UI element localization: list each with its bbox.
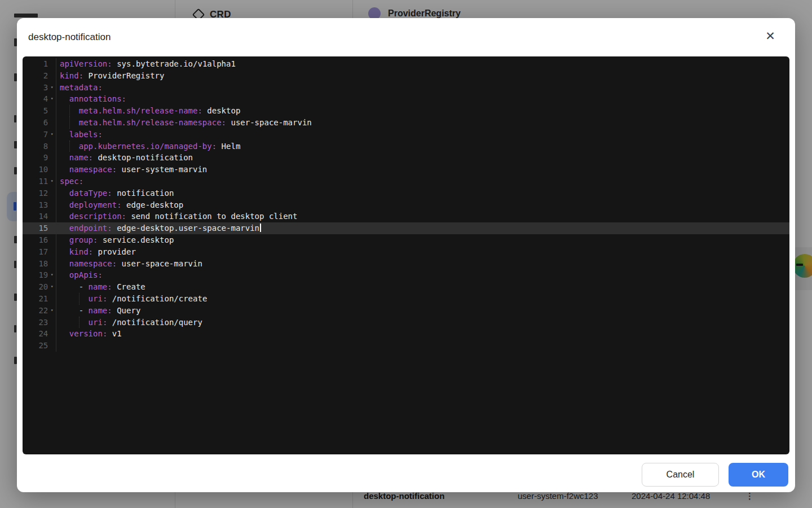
fold-spacer [48,258,56,270]
fold-spacer [48,199,56,211]
code-line[interactable]: 24 version: v1 [23,328,789,340]
code-text: name: desktop-notification [56,152,789,164]
line-number: 20 [23,281,48,293]
indent-guide [69,105,70,117]
fold-spacer [48,328,56,340]
line-gutter: 5 [23,105,56,117]
fold-spacer [48,164,56,176]
line-number: 18 [23,258,48,270]
fold-arrow-icon[interactable]: ▾ [48,281,56,293]
code-line[interactable]: 11▾spec: [23,176,789,187]
line-gutter: 17 [23,246,56,258]
code-line[interactable]: 5 meta.helm.sh/release-name: desktop [23,105,789,117]
code-line[interactable]: 23 uri: /notification/query [23,317,789,329]
code-text: uri: /notification/query [56,317,789,329]
line-gutter: 22▾ [23,305,56,317]
code-line[interactable]: 8 app.kubernetes.io/managed-by: Helm [23,141,789,152]
line-gutter: 12 [23,187,56,199]
code-line[interactable]: 12 dataType: notification [23,187,789,199]
line-gutter: 20▾ [23,281,56,293]
code-text: metadata: [56,82,789,94]
line-number: 15 [23,222,48,234]
line-number: 1 [23,58,48,70]
line-gutter: 18 [23,258,56,270]
code-line[interactable]: 15 endpoint: edge-desktop.user-space-mar… [23,222,789,234]
line-number: 10 [23,164,48,176]
fold-spacer [48,70,56,82]
code-line[interactable]: 1apiVersion: sys.bytetrade.io/v1alpha1 [23,58,789,70]
fold-spacer [48,340,56,352]
ok-button[interactable]: OK [729,463,788,487]
line-number: 21 [23,293,48,305]
line-gutter: 15 [23,222,56,234]
code-text [56,340,789,352]
code-line[interactable]: 13 deployment: edge-desktop [23,199,789,211]
fold-arrow-icon[interactable]: ▾ [48,269,56,281]
fold-spacer [48,105,56,117]
code-text: - name: Create [56,281,789,293]
code-text: app.kubernetes.io/managed-by: Helm [56,141,789,152]
line-gutter: 16 [23,234,56,246]
text-cursor [260,224,261,232]
code-text: meta.helm.sh/release-name: desktop [56,105,789,117]
yaml-editor-dialog: desktop-notification ✕ 1apiVersion: sys.… [17,18,795,492]
line-gutter: 9 [23,152,56,164]
line-gutter: 10 [23,164,56,176]
code-text: uri: /notification/create [56,293,789,305]
code-line[interactable]: 18 namespace: user-space-marvin [23,258,789,270]
fold-arrow-icon[interactable]: ▾ [48,305,56,317]
code-line[interactable]: 6 meta.helm.sh/release-namespace: user-s… [23,117,789,129]
fold-spacer [48,222,56,234]
code-line[interactable]: 4▾ annotations: [23,93,789,105]
code-text: annotations: [56,93,789,105]
line-number: 22 [23,305,48,317]
line-number: 8 [23,141,48,152]
line-gutter: 14 [23,211,56,222]
line-gutter: 25 [23,340,56,352]
line-number: 17 [23,246,48,258]
fold-spacer [48,211,56,222]
line-number: 13 [23,199,48,211]
code-line[interactable]: 14 description: send notification to des… [23,211,789,222]
code-text: kind: ProviderRegistry [56,70,789,82]
code-line[interactable]: 20▾ - name: Create [23,281,789,293]
line-number: 19 [23,269,48,281]
code-line[interactable]: 2kind: ProviderRegistry [23,70,789,82]
fold-spacer [48,58,56,70]
close-icon[interactable]: ✕ [762,28,778,44]
code-text: meta.helm.sh/release-namespace: user-spa… [56,117,789,129]
fold-arrow-icon[interactable]: ▾ [48,93,56,105]
code-text: namespace: user-system-marvin [56,164,789,176]
code-line[interactable]: 3▾metadata: [23,82,789,94]
line-number: 3 [23,82,48,94]
fold-spacer [48,317,56,329]
line-gutter: 7▾ [23,129,56,141]
code-editor[interactable]: 1apiVersion: sys.bytetrade.io/v1alpha12k… [23,56,789,454]
fold-arrow-icon[interactable]: ▾ [48,176,56,187]
code-line[interactable]: 21 uri: /notification/create [23,293,789,305]
code-text: apiVersion: sys.bytetrade.io/v1alpha1 [56,58,789,70]
code-line[interactable]: 16 group: service.desktop [23,234,789,246]
cancel-button[interactable]: Cancel [642,463,719,487]
code-line[interactable]: 25 [23,340,789,352]
line-number: 2 [23,70,48,82]
line-gutter: 23 [23,317,56,329]
indent-guide [79,317,80,329]
code-line[interactable]: 7▾ labels: [23,129,789,141]
line-number: 11 [23,176,48,187]
line-number: 9 [23,152,48,164]
line-gutter: 11▾ [23,176,56,187]
fold-arrow-icon[interactable]: ▾ [48,129,56,141]
line-gutter: 19▾ [23,269,56,281]
code-line[interactable]: 19▾ opApis: [23,269,789,281]
line-number: 12 [23,187,48,199]
code-text: version: v1 [56,328,789,340]
code-line[interactable]: 10 namespace: user-system-marvin [23,164,789,176]
code-line[interactable]: 17 kind: provider [23,246,789,258]
code-line[interactable]: 22▾ - name: Query [23,305,789,317]
indent-guide [69,117,70,129]
code-editor-lines: 1apiVersion: sys.bytetrade.io/v1alpha12k… [23,58,789,352]
code-line[interactable]: 9 name: desktop-notification [23,152,789,164]
fold-arrow-icon[interactable]: ▾ [48,82,56,94]
fold-spacer [48,234,56,246]
